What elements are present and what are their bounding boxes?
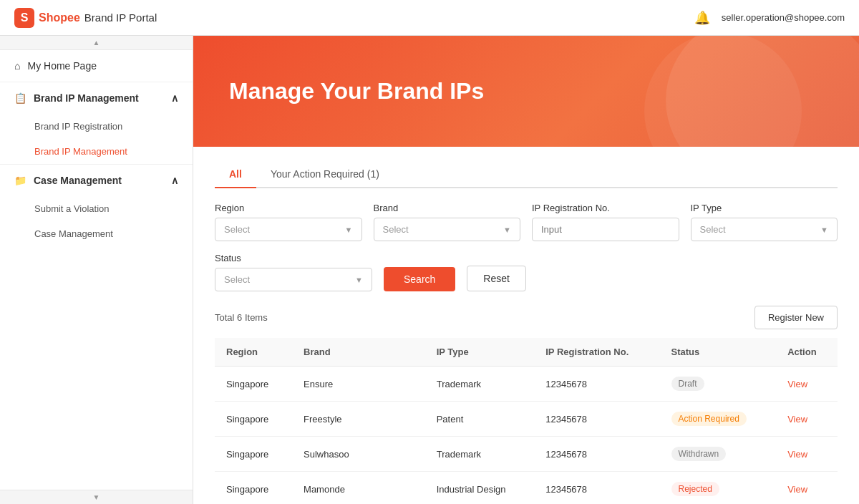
filter-ip-reg-no: IP Registration No. xyxy=(532,203,679,241)
table-header-row-cols: Region Brand IP Type IP Registration No.… xyxy=(215,338,838,367)
action-view-link[interactable]: View xyxy=(787,379,807,389)
cell-region: Singapore xyxy=(215,437,292,472)
cell-status: Rejected xyxy=(660,472,777,505)
ip-type-select[interactable]: Select ▼ xyxy=(691,218,838,241)
cell-ip-type: Patent xyxy=(425,402,535,437)
sidebar-item-brand-ip-registration[interactable]: Brand IP Registration xyxy=(0,114,193,139)
ip-type-label: IP Type xyxy=(691,203,838,213)
status-placeholder: Select xyxy=(224,274,250,285)
hero-title: Manage Your Brand IPs xyxy=(229,78,484,105)
cell-action: View xyxy=(776,367,838,402)
col-status: Status xyxy=(660,338,777,367)
status-badge: Action Required xyxy=(671,412,747,426)
main-content: Manage Your Brand IPs All Your Action Re… xyxy=(193,36,859,504)
region-label: Region xyxy=(215,203,362,213)
table-row: Singapore Ensure Trademark 12345678 Draf… xyxy=(215,367,838,402)
cell-status: Withdrawn xyxy=(660,437,777,472)
brand-ip-expand-icon: ∧ xyxy=(171,92,178,104)
tab-action-required[interactable]: Your Action Required (1) xyxy=(256,161,394,188)
cell-brand: Freestyle xyxy=(292,402,425,437)
region-chevron-icon: ▼ xyxy=(345,226,353,234)
col-brand: Brand xyxy=(292,338,425,367)
cell-region: Singapore xyxy=(215,472,292,505)
region-select[interactable]: Select ▼ xyxy=(215,218,362,241)
reset-button[interactable]: Reset xyxy=(467,266,526,291)
action-view-link[interactable]: View xyxy=(787,449,807,460)
search-button[interactable]: Search xyxy=(384,267,455,291)
sidebar-section-brand-ip: 📋 Brand IP Management ∧ Brand IP Registr… xyxy=(0,82,193,164)
submit-violation-label: Submit a Violation xyxy=(34,203,110,214)
cell-ip-reg-no: 12345678 xyxy=(534,437,659,472)
status-badge: Withdrawn xyxy=(671,447,727,461)
scroll-up-arrow: ▲ xyxy=(93,39,100,47)
sidebar-scroll-top: ▲ xyxy=(0,36,193,50)
status-badge: Rejected xyxy=(671,482,719,496)
portal-name: Brand IP Portal xyxy=(84,11,157,24)
shopee-logo: S Shopee Brand IP Portal xyxy=(14,8,157,28)
table-header-row: Total 6 Items Register New xyxy=(215,306,838,329)
col-ip-reg-no: IP Registration No. xyxy=(534,338,659,367)
cell-action: View xyxy=(776,472,838,505)
ip-reg-no-label: IP Registration No. xyxy=(532,203,679,213)
action-view-link[interactable]: View xyxy=(787,414,807,425)
content-area: All Your Action Required (1) Region Sele… xyxy=(193,147,859,504)
sidebar-section-case: 📁 Case Management ∧ Submit a Violation C… xyxy=(0,164,193,246)
brand-ip-management-label: Brand IP Management xyxy=(34,146,127,157)
status-label: Status xyxy=(215,253,372,263)
brand-name: Shopee xyxy=(39,11,80,24)
sidebar-scroll-bottom: ▼ xyxy=(0,490,193,504)
cell-status: Draft xyxy=(660,367,777,402)
case-management-label: Case Management xyxy=(34,228,113,239)
cell-ip-reg-no: 12345678 xyxy=(534,402,659,437)
header-left: S Shopee Brand IP Portal xyxy=(14,8,157,28)
brand-select[interactable]: Select ▼ xyxy=(374,218,521,241)
cell-region: Singapore xyxy=(215,402,292,437)
col-region: Region xyxy=(215,338,292,367)
brand-ip-registration-label: Brand IP Registration xyxy=(34,121,122,132)
user-email: seller.operation@shopee.com xyxy=(722,12,845,23)
header-right: 🔔 seller.operation@shopee.com xyxy=(694,10,845,26)
status-chevron-icon: ▼ xyxy=(355,276,363,284)
filter-region: Region Select ▼ xyxy=(215,203,362,241)
register-new-button[interactable]: Register New xyxy=(754,306,838,329)
bell-icon[interactable]: 🔔 xyxy=(694,10,710,26)
filter-brand: Brand Select ▼ xyxy=(374,203,521,241)
region-placeholder: Select xyxy=(224,224,250,235)
brand-label: Brand xyxy=(374,203,521,213)
status-select[interactable]: Select ▼ xyxy=(215,268,372,291)
ip-reg-no-input[interactable] xyxy=(532,218,679,241)
cell-ip-type: Trademark xyxy=(425,367,535,402)
table-row: Singapore Mamonde Industrial Design 1234… xyxy=(215,472,838,505)
cell-action: View xyxy=(776,437,838,472)
table-row: Singapore Sulwhasoo Trademark 12345678 W… xyxy=(215,437,838,472)
sidebar-item-brand-ip-management[interactable]: Brand IP Management xyxy=(0,139,193,164)
brand-ip-icon: 📋 xyxy=(14,92,26,104)
action-view-link[interactable]: View xyxy=(787,484,807,495)
case-label: Case Management xyxy=(34,175,122,186)
cell-brand: Mamonde xyxy=(292,472,425,505)
filter-status: Status Select ▼ xyxy=(215,253,372,291)
col-action: Action xyxy=(776,338,838,367)
case-expand-icon: ∧ xyxy=(171,175,178,186)
cell-region: Singapore xyxy=(215,367,292,402)
hero-banner: Manage Your Brand IPs xyxy=(193,36,859,147)
cell-ip-type: Trademark xyxy=(425,437,535,472)
sidebar-item-submit-violation[interactable]: Submit a Violation xyxy=(0,196,193,221)
sidebar-item-home[interactable]: ⌂ My Home Page xyxy=(0,50,193,82)
table-row: Singapore Freestyle Patent 12345678 Acti… xyxy=(215,402,838,437)
tab-all[interactable]: All xyxy=(215,161,256,188)
sidebar-home-label: My Home Page xyxy=(27,60,96,72)
cell-ip-reg-no: 12345678 xyxy=(534,472,659,505)
status-badge: Draft xyxy=(671,377,704,391)
table-head: Region Brand IP Type IP Registration No.… xyxy=(215,338,838,367)
brand-placeholder: Select xyxy=(383,224,409,235)
sidebar-item-case-management[interactable]: Case Management xyxy=(0,221,193,246)
sidebar-brand-ip-header[interactable]: 📋 Brand IP Management ∧ xyxy=(0,82,193,114)
cell-ip-type: Industrial Design xyxy=(425,472,535,505)
sidebar-case-header[interactable]: 📁 Case Management ∧ xyxy=(0,165,193,196)
sidebar: ▲ ⌂ My Home Page 📋 Brand IP Management ∧… xyxy=(0,36,193,504)
tab-bar: All Your Action Required (1) xyxy=(215,161,838,188)
cell-brand: Sulwhasoo xyxy=(292,437,425,472)
home-icon: ⌂ xyxy=(14,60,20,72)
cell-status: Action Required xyxy=(660,402,777,437)
